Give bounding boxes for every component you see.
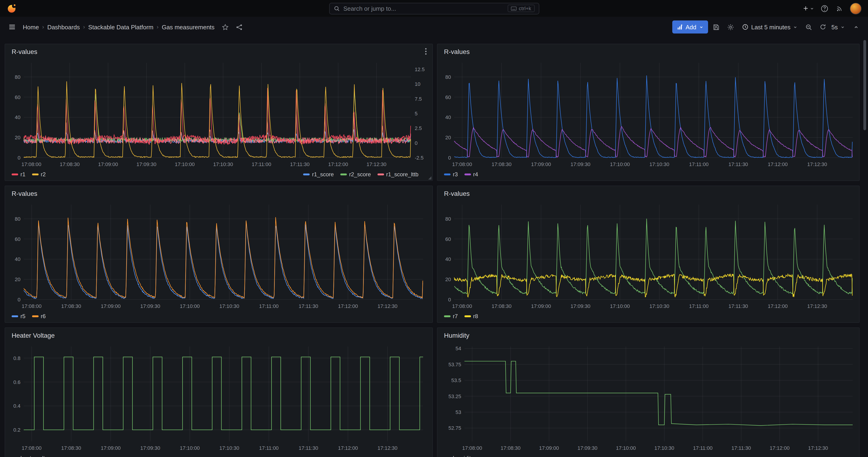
y-tick-label: 20 [445, 135, 451, 141]
x-tick-label: 17:12:30 [377, 303, 398, 309]
chart-svg-1[interactable]: 17:08:0017:08:3017:09:0017:09:3017:10:00… [5, 44, 432, 180]
x-tick-label: 17:10:30 [219, 303, 240, 309]
x-tick-label: 17:10:30 [650, 161, 670, 167]
news-button[interactable] [833, 2, 845, 15]
legend-item-r1_score[interactable]: r1_score [303, 171, 334, 178]
x-tick-label: 17:08:30 [61, 303, 81, 309]
legend-group-right: r1_scorer2_scorer1_score_lttb [303, 171, 426, 178]
legend-label: r3 [453, 171, 458, 178]
legend-item-r2[interactable]: r2 [32, 171, 45, 178]
x-tick-label: 17:08:00 [22, 445, 41, 451]
time-range-label: Last 5 minutes [751, 24, 790, 30]
chart-svg-4[interactable]: 17:08:0017:08:3017:09:0017:09:3017:10:00… [437, 186, 859, 322]
help-button[interactable] [818, 2, 830, 15]
legend-item-humidity[interactable]: humidity [444, 455, 473, 457]
legend-item-r2_score[interactable]: r2_score [340, 171, 371, 178]
breadcrumb-separator: › [83, 24, 85, 30]
panel-resize-handle[interactable] [428, 176, 431, 180]
series-r4 [454, 126, 852, 157]
legend-item-r6[interactable]: r6 [32, 313, 45, 319]
legend-label: r2_score [349, 171, 371, 178]
time-range-picker[interactable]: Last 5 minutes [739, 21, 800, 33]
keyboard-icon [511, 6, 517, 10]
x-tick-label: 17:11:30 [731, 445, 751, 451]
legend-swatch [32, 315, 38, 317]
x-tick-label: 17:09:30 [140, 445, 160, 451]
x-tick-label: 17:11:00 [259, 303, 279, 309]
collapse-toolbar-button[interactable] [850, 21, 862, 33]
chart-area[interactable]: 17:08:0017:08:3017:09:0017:09:3017:10:00… [5, 44, 432, 180]
panel-r-values-1: R-values 17:08:0017:08:3017:09:0017:09:3… [5, 44, 433, 181]
refresh-button[interactable] [817, 21, 829, 33]
x-tick-label: 17:11:00 [693, 445, 712, 451]
grafana-logo-icon[interactable] [6, 3, 17, 13]
legend-item-r7[interactable]: r7 [444, 313, 458, 319]
add-panel-icon [677, 24, 683, 30]
panel-humidity: Humidity 17:08:0017:08:3017:09:0017:09:3… [437, 328, 860, 457]
x-tick-label: 17:08:00 [22, 303, 41, 309]
chart-area[interactable]: 17:08:0017:08:3017:09:0017:09:3017:10:00… [5, 328, 432, 457]
panel-legend: r1r2r1_scorer2_scorer1_score_lttb [11, 169, 426, 180]
legend-item-r1_score_lttb[interactable]: r1_score_lttb [377, 171, 418, 178]
x-tick-label: 17:12:30 [807, 303, 827, 309]
series-humidity [464, 361, 852, 426]
chevron-down-icon [794, 25, 798, 29]
share-button[interactable] [233, 21, 245, 33]
legend-label: r8 [473, 313, 478, 319]
chart-svg-6[interactable]: 17:08:0017:08:3017:09:0017:09:3017:10:00… [437, 328, 859, 457]
star-icon [222, 24, 229, 30]
add-button[interactable]: Add [672, 21, 708, 33]
chart-svg-5[interactable]: 17:08:0017:08:3017:09:0017:09:3017:10:00… [5, 328, 432, 457]
dashboard-settings-button[interactable] [724, 21, 737, 33]
breadcrumb-dashboard-title[interactable]: Gas measurements [162, 24, 215, 30]
chart-area[interactable]: 17:08:0017:08:3017:09:0017:09:3017:10:00… [437, 186, 859, 322]
chevron-up-icon [854, 24, 859, 30]
chart-area[interactable]: 17:08:0017:08:3017:09:0017:09:3017:10:00… [5, 186, 432, 322]
y2-tick-label: 2.5 [415, 125, 422, 131]
breadcrumb-folder[interactable]: Stackable Data Platform [88, 24, 153, 30]
y2-tick-label: 7.5 [415, 96, 422, 102]
chart-svg-3[interactable]: 17:08:0017:08:3017:09:0017:09:3017:10:00… [5, 186, 432, 322]
x-tick-label: 17:08:30 [61, 445, 81, 451]
favorite-button[interactable] [219, 21, 231, 33]
x-tick-label: 17:08:30 [60, 161, 80, 167]
new-menu-button[interactable] [801, 2, 815, 15]
x-tick-label: 17:08:00 [452, 161, 472, 167]
legend-item-r1[interactable]: r1 [11, 171, 25, 178]
series-r1 [24, 88, 411, 145]
y-tick-label: 0 [448, 155, 451, 161]
x-tick-label: 17:11:00 [252, 161, 271, 167]
search-input[interactable]: Search or jump to... ctrl+k [329, 3, 539, 14]
breadcrumb-dashboards[interactable]: Dashboards [47, 24, 80, 30]
page-scrollbar[interactable] [863, 40, 866, 130]
legend-item-heatervoltage[interactable]: heatervoltage [11, 455, 54, 457]
refresh-icon [820, 24, 827, 30]
breadcrumb-home[interactable]: Home [23, 24, 39, 30]
mega-menu-button[interactable] [6, 21, 18, 33]
refresh-interval-picker[interactable]: 5s [832, 21, 847, 33]
legend-swatch [444, 315, 451, 317]
chart-area[interactable]: 17:08:0017:08:3017:09:0017:09:3017:10:00… [437, 44, 859, 180]
x-tick-label: 17:10:00 [610, 161, 630, 167]
legend-item-r8[interactable]: r8 [464, 313, 478, 319]
save-dashboard-button[interactable] [710, 21, 722, 33]
x-tick-label: 17:08:30 [492, 303, 512, 309]
zoom-out-button[interactable] [803, 21, 815, 33]
y2-tick-label: 12.5 [415, 66, 425, 72]
legend-item-r3[interactable]: r3 [444, 171, 458, 178]
y-tick-label: 20 [15, 277, 21, 282]
legend-item-r4[interactable]: r4 [464, 171, 478, 178]
series-r6 [24, 217, 423, 298]
refresh-interval-label: 5s [832, 24, 838, 30]
x-tick-label: 17:12:00 [338, 445, 358, 451]
rss-icon [836, 5, 843, 12]
y-tick-label: 0.8 [13, 355, 21, 361]
y-tick-label: 0.2 [13, 427, 21, 433]
x-tick-label: 17:08:00 [452, 303, 472, 309]
chart-svg-2[interactable]: 17:08:0017:08:3017:09:0017:09:3017:10:00… [437, 44, 859, 180]
avatar[interactable] [850, 3, 862, 14]
legend-item-r5[interactable]: r5 [11, 313, 25, 319]
y2-tick-label: 5 [415, 111, 417, 117]
chart-area[interactable]: 17:08:0017:08:3017:09:0017:09:3017:10:00… [437, 328, 859, 457]
x-tick-label: 17:12:30 [807, 161, 827, 167]
